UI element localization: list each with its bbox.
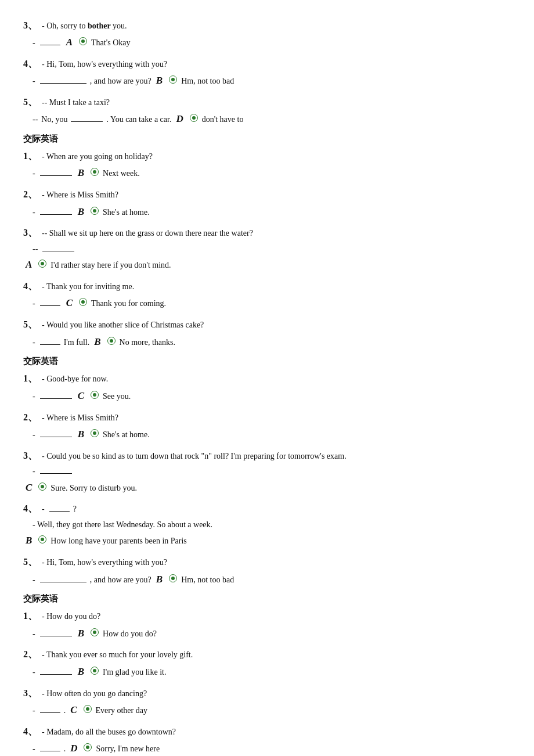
q4-letter: B (156, 73, 163, 89)
s3-q3-dot: . (64, 704, 66, 718)
s1-q4-num: 4、 (23, 278, 39, 294)
s1-q2: 2、 - Where is Miss Smith? - B She's at h… (23, 186, 511, 220)
s1-q3: 3、 -- Shall we sit up here on the grass … (23, 225, 511, 273)
s2-q1-num: 1、 (23, 370, 39, 386)
s1-q1-text1: - When are you going on holiday? (42, 150, 153, 164)
s3-q1-letter: B (78, 625, 84, 642)
q5-text1: -- Must I take a taxi? (42, 96, 110, 110)
s2-q4-blank (49, 503, 70, 512)
s2-q3-dash: - (33, 465, 35, 478)
s1-q5-letter: B (94, 334, 100, 351)
s1-q1-blank (40, 168, 72, 176)
s1-q4: 4、 - Thank you for inviting me. - C Than… (23, 278, 511, 312)
s2-q2-answer: She's at home. (103, 428, 150, 442)
q5-dash: -- (33, 113, 38, 127)
s2-q2-letter: B (78, 426, 84, 443)
s1-q2-radio (91, 207, 99, 215)
s3-q1-dash: - (33, 627, 35, 641)
s2-q5-answer: Hm, not too bad (181, 573, 234, 587)
s3-q4-num: 4、 (23, 723, 39, 739)
q3-answer: That's Okay (91, 36, 130, 50)
s1-q5-num: 5、 (23, 316, 39, 332)
q5-answer: don't have to (202, 113, 244, 127)
s3-q1-radio (91, 628, 99, 636)
s1-q1-num: 1、 (23, 148, 39, 164)
s2-q5-blank (40, 574, 86, 582)
s2-q1-answer: See you. (103, 390, 131, 404)
s2-q4: 4、 - ? - Well, they got there last Wedne… (23, 501, 511, 549)
s2-q5-letter: B (156, 571, 163, 588)
s3-q1: 1、 - How do you do? - B How do you do? (23, 608, 511, 642)
section3-title: 交际英语 (23, 593, 511, 604)
s1-q4-blank (40, 298, 60, 306)
q5-num: 5、 (23, 94, 39, 110)
s1-q2-letter: B (78, 204, 84, 221)
s3-q2: 2、 - Thank you ever so much for your lov… (23, 646, 511, 680)
s1-q3-blank (42, 243, 74, 251)
s3-q1-blank (40, 628, 72, 636)
s2-q3: 3、 - Could you be so kind as to turn dow… (23, 448, 511, 496)
s3-q3-num: 3、 (23, 685, 39, 701)
s1-q3-radio (38, 260, 46, 268)
s2-q3-radio (38, 483, 46, 491)
s2-q4-num: 4、 (23, 501, 39, 516)
s2-q1-blank (40, 391, 72, 399)
question-3: 3、 - Oh, sorry to bother you. - A That's… (23, 17, 511, 51)
s2-q3-answer: Sure. Sorry to disturb you. (50, 481, 137, 495)
s3-q2-radio (91, 667, 99, 675)
question-4: 4、 - Hi, Tom, how's everything with you?… (23, 56, 511, 89)
s1-q2-text1: - Where is Miss Smith? (42, 188, 118, 202)
s2-q2-text1: - Where is Miss Smith? (42, 411, 118, 425)
q4-blank (40, 75, 86, 84)
s2-q4-letter: B (26, 532, 32, 549)
s2-q3-text1: - Could you be so kind as to turn down t… (42, 449, 347, 463)
s1-q5-text1: - Would you like another slice of Christ… (42, 318, 204, 332)
s2-q3-letter: C (26, 480, 32, 496)
s2-q1-letter: C (78, 388, 84, 405)
q3-blank (40, 37, 60, 45)
s2-q3-num: 3、 (23, 448, 39, 463)
s3-q1-answer: How do you do? (103, 627, 157, 641)
s2-q4-text2: - Well, they got there last Wednesday. S… (33, 518, 212, 532)
s3-q3: 3、 - How often do you go dancing? - . C … (23, 685, 511, 719)
s1-q5-text2: I'm full. (64, 336, 90, 350)
s3-q4-text1: - Madam, do all the buses go downtown? (42, 725, 176, 739)
s3-q4-letter: D (70, 740, 77, 756)
q3-text1: - Oh, sorry to bother you. (42, 19, 127, 33)
q4-text2: , and how are you? (90, 74, 151, 88)
q4-answer: Hm, not too bad (181, 74, 234, 88)
s2-q4-text1: ? (73, 502, 77, 516)
s2-q4-radio (38, 535, 46, 543)
s1-q4-radio (79, 298, 87, 306)
q3-radio (79, 37, 87, 45)
s3-q3-blank (40, 705, 60, 713)
s3-q2-num: 2、 (23, 646, 39, 662)
q4-dash: - (33, 74, 35, 88)
s3-q2-answer: I'm glad you like it. (103, 665, 166, 679)
section2-title: 交际英语 (23, 356, 511, 367)
s2-q5-text2: , and how are you? (90, 573, 151, 587)
s2-q5-text1: - Hi, Tom, how's everything with you? (42, 556, 167, 570)
s1-q4-text1: - Thank you for inviting me. (42, 280, 134, 294)
s3-q2-dash: - (33, 665, 35, 679)
s2-q3-blank (40, 466, 72, 474)
s3-q4-dot: . (64, 742, 66, 756)
s3-q4-blank (40, 743, 60, 751)
s1-q1-answer: Next week. (103, 167, 140, 181)
s1-q2-dash: - (33, 206, 35, 219)
s3-q2-letter: B (78, 664, 84, 681)
section1-questions: 1、 - When are you going on holiday? - B … (23, 148, 511, 350)
s3-q3-text1: - How often do you go dancing? (42, 687, 147, 701)
s1-q1: 1、 - When are you going on holiday? - B … (23, 148, 511, 182)
s2-q2-radio (91, 429, 99, 437)
s1-q1-radio (91, 168, 99, 176)
s2-q2: 2、 - Where is Miss Smith? - B She's at h… (23, 409, 511, 443)
s1-q5-answer: No more, thanks. (120, 336, 175, 350)
s2-q2-dash: - (33, 428, 35, 442)
s1-q2-num: 2、 (23, 186, 39, 202)
s1-q3-letter: A (26, 257, 32, 273)
s2-q5-num: 5、 (23, 554, 39, 570)
s3-q3-radio (84, 705, 92, 713)
section3-questions: 1、 - How do you do? - B How do you do? 2… (23, 608, 511, 756)
s1-q5-blank (40, 337, 60, 345)
